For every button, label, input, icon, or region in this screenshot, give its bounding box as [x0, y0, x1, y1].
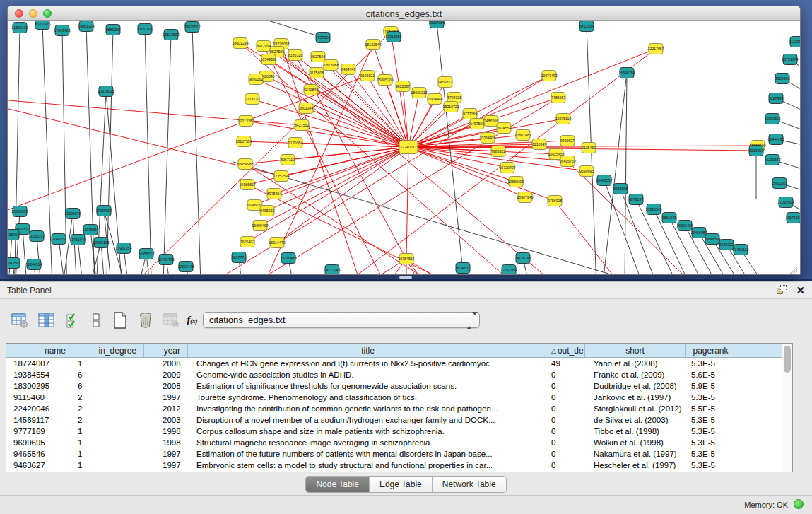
table-cell[interactable]: 2008 [144, 358, 188, 369]
network-node[interactable]: 9756928 [548, 196, 562, 206]
table-cell[interactable]: Embryonic stem cells: a model to study s… [188, 460, 548, 471]
column-header-name[interactable]: name [6, 344, 73, 357]
network-node[interactable]: 18395345 [645, 204, 661, 215]
tab-edge-table[interactable]: Edge Table [370, 477, 433, 492]
table-cell[interactable]: 2 [73, 414, 144, 426]
table-cell[interactable]: 22420046 [6, 403, 73, 414]
table-cell[interactable]: 2 [73, 403, 144, 414]
network-node[interactable]: 9890162 [249, 74, 263, 85]
tab-network-table[interactable]: Network Table [433, 477, 506, 492]
table-cell[interactable]: 1 [73, 358, 144, 369]
network-node[interactable]: 11451944 [70, 235, 86, 245]
table-cell[interactable]: 49 [548, 358, 585, 369]
table-cell[interactable]: 1 [73, 448, 144, 460]
citation-edge-black[interactable] [145, 29, 152, 274]
table-cell[interactable]: 6 [73, 380, 144, 392]
network-node[interactable]: 16952496 [676, 221, 693, 231]
column-header-pagerank[interactable]: pagerank [686, 344, 736, 357]
table-cell[interactable]: 0 [548, 369, 585, 380]
network-node[interactable]: 6497568 [470, 119, 484, 129]
table-row[interactable]: 1872400712008Changes of HCN gene express… [6, 358, 792, 369]
table-cell[interactable]: 0 [548, 426, 585, 437]
network-node[interactable]: 12444195 [767, 134, 784, 145]
network-canvas[interactable]: 1724007218601234891295418226058982750916… [8, 21, 800, 274]
network-node[interactable]: 9146821 [360, 71, 375, 81]
table-cell[interactable]: de Silva et al. (2003) [585, 414, 686, 426]
table-cell[interactable]: 5.3E-5 [686, 392, 736, 403]
splitter-handle[interactable] [399, 276, 412, 279]
network-node[interactable]: 8454749 [341, 64, 355, 75]
table-cell[interactable]: Estimation of significance thresholds fo… [188, 380, 548, 392]
table-cell[interactable]: Disruption of a novel member of a sodium… [188, 414, 548, 426]
table-cell[interactable]: 0 [548, 414, 585, 426]
table-row[interactable]: 977716911998Corpus callosum shape and si… [6, 426, 792, 437]
network-node[interactable]: 12042757 [50, 234, 66, 245]
network-node[interactable]: 9245012 [719, 240, 734, 250]
table-cell[interactable]: 5.3E-5 [686, 448, 736, 460]
network-node[interactable]: 2718120 [245, 94, 259, 105]
citation-edge-red[interactable] [246, 121, 408, 147]
network-node[interactable]: 2803144 [299, 103, 313, 114]
network-node[interactable]: 18626215 [411, 88, 427, 98]
citation-edge-red[interactable] [567, 161, 707, 274]
table-cell[interactable]: 5.3E-5 [686, 426, 736, 437]
table-cell[interactable]: Nakamura et al. (1997) [585, 448, 686, 460]
new-document-icon[interactable] [110, 310, 130, 330]
network-node[interactable]: 9455812 [438, 77, 452, 88]
network-node[interactable]: 9699695 [579, 166, 594, 177]
network-node[interactable]: 16782759 [158, 255, 174, 265]
citation-edge-red[interactable] [317, 73, 408, 147]
network-node[interactable]: 12975115 [555, 114, 572, 124]
tab-node-table[interactable]: Node Table [306, 477, 370, 492]
table-cell[interactable]: 9777169 [6, 426, 73, 437]
table-cell[interactable]: Dudbridge et al. (2008) [585, 380, 686, 392]
network-node[interactable]: 3915481 [8, 230, 19, 240]
table-cell[interactable]: Jankovic et al. (1997) [585, 392, 686, 403]
network-node[interactable]: 9861305 [106, 25, 120, 35]
table-cell[interactable]: Tibbo et al. (1998) [585, 426, 686, 437]
citation-edge-black[interactable] [625, 73, 627, 274]
table-cell[interactable]: Hescheler et al. (1997) [585, 460, 686, 471]
table-cell[interactable]: Yano et al. (2008) [585, 358, 686, 369]
network-node[interactable]: 8267110 [281, 155, 295, 165]
network-node[interactable]: 8813054 [579, 21, 594, 32]
function-builder-icon[interactable]: f(x) [182, 310, 202, 330]
citation-edge-black[interactable] [261, 21, 323, 37]
citation-edge-red[interactable] [408, 147, 555, 201]
table-cell[interactable]: 2003 [144, 414, 188, 426]
network-node[interactable]: 19861304 [78, 21, 94, 32]
network-node[interactable]: 9777169 [463, 109, 477, 119]
network-node[interactable]: 16958107 [138, 249, 154, 259]
citation-edge-red[interactable] [406, 147, 408, 259]
network-node[interactable]: 12217957 [647, 44, 664, 54]
table-cell[interactable]: Corpus callosum shape and size in male p… [188, 426, 548, 437]
table-row[interactable]: 1938455462009Genome-wide association stu… [6, 369, 792, 380]
citation-edge-red[interactable] [177, 76, 549, 274]
table-row[interactable]: 1830029562008Estimation of significance … [6, 380, 792, 392]
network-node[interactable]: 16648784 [618, 68, 635, 78]
table-cell[interactable]: 0 [548, 437, 585, 448]
network-node[interactable]: 20629512 [184, 22, 200, 33]
network-node[interactable]: 7486266 [484, 116, 498, 127]
table-cell[interactable]: 0 [548, 448, 585, 460]
table-row[interactable]: 1456911722003Disruption of a novel membe… [6, 414, 792, 426]
table-settings-icon[interactable] [10, 310, 30, 330]
table-cell[interactable]: 1998 [144, 426, 188, 437]
table-cell[interactable]: 5.3E-5 [686, 358, 736, 369]
network-node[interactable]: 16519823 [163, 30, 179, 40]
network-node[interactable]: 9524502 [456, 263, 470, 274]
table-cell[interactable]: 5.6E-5 [686, 369, 736, 380]
network-node[interactable]: 8912954 [257, 41, 271, 52]
column-header-in-degree[interactable]: in_degree [73, 344, 144, 357]
table-cell[interactable]: 0 [548, 392, 585, 403]
network-node[interactable]: 8213953 [749, 146, 763, 156]
network-node[interactable]: 10246514 [25, 259, 42, 270]
column-header-year[interactable]: year [144, 344, 188, 357]
network-node[interactable]: 8186328 [288, 50, 302, 61]
table-cell[interactable]: 1997 [144, 392, 188, 403]
table-cell[interactable]: 18300295 [6, 380, 73, 392]
table-cell[interactable]: Wolkin et al. (1998) [585, 437, 686, 448]
network-table-select[interactable]: citations_edges.txt [203, 312, 480, 328]
table-cell[interactable]: 2009 [144, 369, 188, 380]
network-node[interactable]: 17359924 [95, 206, 112, 216]
